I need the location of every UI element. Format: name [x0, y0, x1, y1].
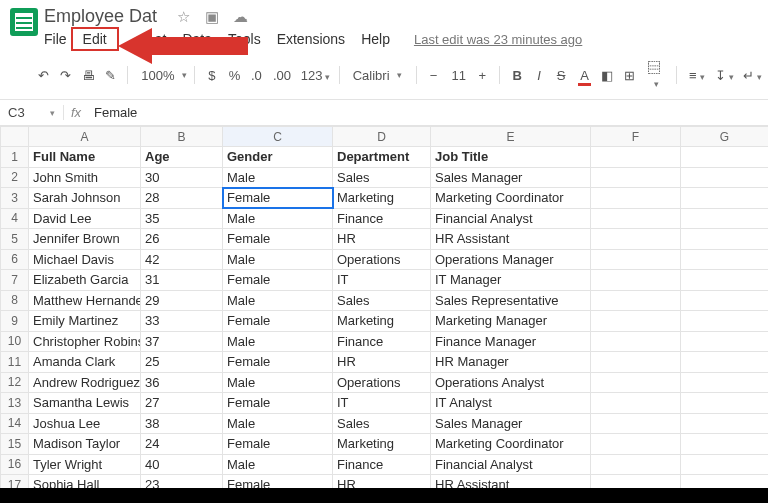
text-color-button[interactable]: A	[574, 65, 593, 86]
zoom-dropdown[interactable]: 100%	[136, 66, 186, 85]
cell[interactable]: John Smith	[29, 167, 141, 188]
cell[interactable]: Joshua Lee	[29, 413, 141, 434]
cell[interactable]: Sales Manager	[431, 413, 591, 434]
row-header[interactable]: 14	[1, 413, 29, 434]
cell[interactable]: Female	[223, 270, 333, 291]
decrease-decimal[interactable]: .0	[247, 65, 265, 86]
cell[interactable]: Marketing Coordinator	[431, 434, 591, 455]
cell[interactable]: Samantha Lewis	[29, 393, 141, 414]
menu-help[interactable]: Help	[353, 29, 398, 49]
cell[interactable]: IT	[333, 393, 431, 414]
cell[interactable]: Jennifer Brown	[29, 229, 141, 250]
merge-cells[interactable]: ⿳	[642, 57, 668, 93]
cell[interactable]: David Lee	[29, 208, 141, 229]
format-percent[interactable]: %	[225, 65, 243, 86]
cell[interactable]: Male	[223, 249, 333, 270]
cell[interactable]	[591, 331, 681, 352]
cell[interactable]: Male	[223, 167, 333, 188]
fill-color-button[interactable]: ◧	[597, 65, 616, 86]
cell[interactable]: 35	[141, 208, 223, 229]
cell[interactable]	[591, 311, 681, 332]
cell[interactable]: Sales	[333, 290, 431, 311]
cell[interactable]	[591, 454, 681, 475]
cell[interactable]: Full Name	[29, 147, 141, 168]
cell[interactable]: Tyler Wright	[29, 454, 141, 475]
cell[interactable]	[681, 290, 769, 311]
bold-button[interactable]: B	[508, 65, 526, 86]
cell[interactable]: Amanda Clark	[29, 352, 141, 373]
cloud-icon[interactable]: ☁	[233, 8, 248, 25]
cell[interactable]: 27	[141, 393, 223, 414]
cell[interactable]: Marketing Coordinator	[431, 188, 591, 209]
cell[interactable]: Male	[223, 454, 333, 475]
row-header[interactable]: 2	[1, 167, 29, 188]
row-header[interactable]: 6	[1, 249, 29, 270]
cell[interactable]	[681, 249, 769, 270]
cell[interactable]: Financial Analyst	[431, 454, 591, 475]
menu-format-partial[interactable]: at	[147, 29, 175, 49]
cell[interactable]	[591, 249, 681, 270]
row-header[interactable]: 3	[1, 188, 29, 209]
cell[interactable]: Christopher Robinson	[29, 331, 141, 352]
cell[interactable]: Sales	[333, 167, 431, 188]
menu-edit[interactable]: Edit	[75, 29, 115, 49]
cell[interactable]: Operations Manager	[431, 249, 591, 270]
cell[interactable]: 25	[141, 352, 223, 373]
cell[interactable]: 37	[141, 331, 223, 352]
cell[interactable]: Marketing Manager	[431, 311, 591, 332]
more-formats[interactable]: 123	[297, 65, 331, 86]
cell[interactable]: Job Title	[431, 147, 591, 168]
cell[interactable]: Finance Manager	[431, 331, 591, 352]
cell[interactable]: Sales Representative	[431, 290, 591, 311]
cell[interactable]: 36	[141, 372, 223, 393]
cell[interactable]: Financial Analyst	[431, 208, 591, 229]
cell[interactable]: Marketing	[333, 311, 431, 332]
cell[interactable]: Female	[223, 311, 333, 332]
cell[interactable]	[681, 229, 769, 250]
cell[interactable]	[591, 147, 681, 168]
cell[interactable]: 40	[141, 454, 223, 475]
cell[interactable]	[681, 208, 769, 229]
cell[interactable]	[681, 372, 769, 393]
menu-tools[interactable]: Tools	[220, 29, 269, 49]
cell[interactable]	[591, 229, 681, 250]
cell[interactable]: Male	[223, 413, 333, 434]
print-icon[interactable]: 🖶	[78, 65, 97, 86]
row-header[interactable]: 9	[1, 311, 29, 332]
cell[interactable]: 26	[141, 229, 223, 250]
cell[interactable]: 24	[141, 434, 223, 455]
cell[interactable]: Marketing	[333, 188, 431, 209]
cell[interactable]: 30	[141, 167, 223, 188]
cell[interactable]	[681, 147, 769, 168]
cell[interactable]: Gender	[223, 147, 333, 168]
col-header-E[interactable]: E	[431, 127, 591, 147]
font-family-dropdown[interactable]: Calibri	[348, 66, 408, 85]
cell[interactable]: Elizabeth Garcia	[29, 270, 141, 291]
cell[interactable]: Female	[223, 352, 333, 373]
cell[interactable]: Age	[141, 147, 223, 168]
col-header-A[interactable]: A	[29, 127, 141, 147]
cell[interactable]: Operations Analyst	[431, 372, 591, 393]
cell[interactable]	[681, 352, 769, 373]
cell[interactable]	[591, 290, 681, 311]
cell[interactable]: HR Assistant	[431, 229, 591, 250]
cell[interactable]	[681, 311, 769, 332]
cell[interactable]: Michael Davis	[29, 249, 141, 270]
col-header-B[interactable]: B	[141, 127, 223, 147]
row-header[interactable]: 8	[1, 290, 29, 311]
cell[interactable]	[681, 454, 769, 475]
cell[interactable]: Matthew Hernandez	[29, 290, 141, 311]
formula-bar[interactable]: Female	[88, 105, 137, 120]
cell[interactable]: HR	[333, 229, 431, 250]
cell[interactable]: 28	[141, 188, 223, 209]
row-header[interactable]: 16	[1, 454, 29, 475]
cell[interactable]	[591, 188, 681, 209]
cell[interactable]	[591, 167, 681, 188]
row-header[interactable]: 7	[1, 270, 29, 291]
cell[interactable]: Finance	[333, 331, 431, 352]
cell[interactable]	[681, 167, 769, 188]
cell[interactable]: Operations	[333, 372, 431, 393]
cell[interactable]: 29	[141, 290, 223, 311]
cell[interactable]: Male	[223, 208, 333, 229]
cell[interactable]: Male	[223, 290, 333, 311]
